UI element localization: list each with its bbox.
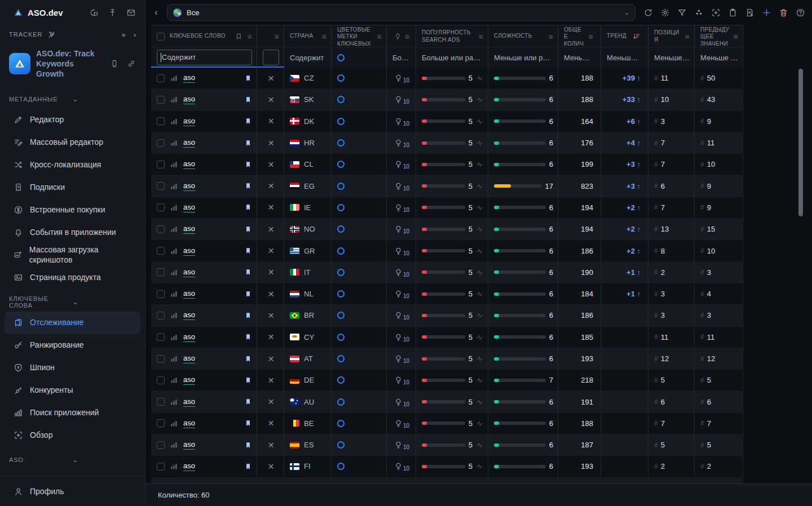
remove-keyword-icon[interactable]: ✕: [268, 397, 275, 406]
color-tag-icon[interactable]: [337, 312, 345, 319]
keyword-filter-input[interactable]: Содержит: [157, 50, 252, 65]
remove-keyword-icon[interactable]: ✕: [268, 332, 275, 341]
keyword-chart-icon[interactable]: [170, 268, 178, 277]
keyword-chart-icon[interactable]: [170, 398, 178, 406]
sparkline-icon[interactable]: [476, 139, 483, 147]
row-checkbox[interactable]: [157, 312, 165, 319]
sparkline-icon[interactable]: [476, 225, 483, 233]
suggestions-count[interactable]: 10: [394, 95, 409, 104]
table-row[interactable]: aso ✕ AU 10 5 6 191 # 6: [151, 391, 743, 412]
remove-keyword-icon[interactable]: ✕: [268, 203, 275, 212]
settings-gear-icon[interactable]: [660, 8, 670, 17]
sparkline-icon[interactable]: [476, 269, 483, 276]
sparkline-icon[interactable]: [476, 118, 483, 125]
keyword-link[interactable]: aso: [183, 461, 195, 471]
suggestions-count[interactable]: 10: [394, 311, 409, 319]
sidebar-item-product-page[interactable]: Страница продукта: [0, 267, 145, 289]
table-row[interactable]: aso ✕ IT 10 5 6 190 +1 ↑ # 2: [151, 262, 743, 283]
column-header-suggestions[interactable]: ≡: [387, 25, 416, 47]
column-header-translation[interactable]: ≡: [257, 25, 284, 47]
sparkline-icon[interactable]: [476, 290, 483, 298]
row-checkbox[interactable]: [157, 139, 165, 147]
keyword-chart-icon[interactable]: [170, 441, 178, 449]
remove-keyword-icon[interactable]: ✕: [268, 290, 275, 299]
table-row[interactable]: aso ✕ DE 10 5 7 218 # 5: [151, 370, 743, 391]
sparkline-icon[interactable]: [476, 312, 483, 319]
remove-keyword-icon[interactable]: ✕: [268, 268, 275, 277]
row-checkbox[interactable]: [157, 463, 165, 471]
app-filter-select[interactable]: Все ⌄: [167, 4, 636, 21]
sparkline-icon[interactable]: [476, 420, 483, 427]
column-menu-icon[interactable]: ≡: [549, 32, 553, 41]
table-row[interactable]: aso ✕ BR 10 5 6 186 # 3: [151, 305, 743, 326]
keyword-link[interactable]: aso: [183, 117, 195, 126]
keyword-link[interactable]: aso: [183, 159, 195, 169]
tracker-section-header[interactable]: TRACKER » ›: [0, 25, 145, 44]
bookmark-icon[interactable]: [244, 312, 252, 319]
row-checkbox[interactable]: [157, 333, 165, 341]
keyword-link[interactable]: aso: [183, 397, 195, 407]
table-row[interactable]: aso ✕ EG 10 5 17 823 +3 ↑ # 6: [151, 175, 743, 197]
help-icon[interactable]: [796, 8, 805, 17]
color-tag-icon[interactable]: [337, 376, 345, 384]
sparkline-icon[interactable]: [476, 398, 483, 406]
color-tag-icon[interactable]: [337, 420, 345, 427]
filter-position[interactable]: Меньше или равно: [648, 48, 695, 68]
filter-suggestions[interactable]: Больше или равно: [387, 48, 416, 68]
column-header-country[interactable]: СТРАНА ≡: [284, 25, 332, 47]
sparkline-icon[interactable]: [476, 161, 483, 168]
row-checkbox[interactable]: [157, 74, 165, 82]
back-chevron-icon[interactable]: ‹: [151, 7, 161, 17]
sidebar-item-editor[interactable]: Редактор: [0, 109, 145, 131]
remove-keyword-icon[interactable]: ✕: [268, 246, 275, 255]
suggestions-count[interactable]: 10: [394, 117, 409, 126]
column-header-difficulty[interactable]: СЛОЖНОСТЬ ≡: [488, 25, 558, 47]
table-row[interactable]: aso ✕ DK 10 5 6 164 +6 ↑ # 3: [151, 111, 743, 132]
sidebar-item-profile[interactable]: Профиль: [0, 476, 145, 506]
keyword-chart-icon[interactable]: [170, 95, 178, 104]
sidebar-item-app-search[interactable]: Поиск приложений: [0, 402, 145, 424]
add-keyword-icon[interactable]: [762, 8, 771, 17]
keyword-link[interactable]: aso: [183, 268, 195, 277]
color-tags-icon[interactable]: [694, 8, 704, 17]
column-menu-icon[interactable]: ≡: [685, 32, 690, 41]
sidebar-item-overview[interactable]: Обзор: [0, 424, 145, 447]
sidebar-item-bulk-screenshots[interactable]: Массовая загрузка скриншотов: [0, 244, 145, 267]
column-header-popularity[interactable]: ПОПУЛЯРНОСТЬ SEARCH ADS ≡: [416, 25, 488, 47]
keyword-chart-icon[interactable]: [170, 182, 178, 190]
bookmark-icon[interactable]: [244, 203, 252, 211]
keyword-chart-icon[interactable]: [170, 376, 178, 384]
color-tag-icon[interactable]: [337, 463, 345, 470]
sparkline-icon[interactable]: [476, 441, 483, 449]
remove-keyword-icon[interactable]: ✕: [268, 225, 275, 234]
bookmark-icon[interactable]: [244, 225, 252, 233]
row-checkbox[interactable]: [157, 247, 165, 255]
column-menu-icon[interactable]: ≡: [589, 32, 593, 41]
column-header-position[interactable]: ПОЗИЦИЯ ≡: [648, 25, 695, 47]
delete-trash-icon[interactable]: [779, 8, 788, 17]
table-row[interactable]: aso ✕ HR 10 5 6 176 +4 ↑ # 7: [151, 132, 743, 154]
clipboard-icon[interactable]: [728, 8, 738, 17]
color-tag-icon[interactable]: [337, 118, 345, 125]
sparkline-icon[interactable]: [476, 96, 483, 103]
suggestions-count[interactable]: 10: [394, 398, 409, 406]
remove-keyword-icon[interactable]: ✕: [268, 419, 275, 428]
row-checkbox[interactable]: [157, 182, 165, 190]
keyword-chart-icon[interactable]: [170, 225, 178, 233]
bookmark-icon[interactable]: [244, 441, 252, 449]
column-header-previous[interactable]: ПРЕДЫДУЩЕЕ ЗНАЧЕНИ ≡: [695, 25, 743, 47]
filter-country[interactable]: Содержит: [284, 48, 332, 68]
color-tag-icon[interactable]: [337, 74, 345, 82]
sparkline-icon[interactable]: [476, 463, 483, 470]
row-checkbox[interactable]: [157, 117, 165, 125]
suggestions-count[interactable]: 10: [394, 268, 409, 277]
sidebar-item-bulk-editor[interactable]: Массовый редактор: [0, 131, 145, 154]
table-row[interactable]: aso ✕ ES 10 5 6 187 # 5: [151, 434, 743, 456]
keyword-link[interactable]: aso: [183, 181, 195, 191]
keyword-chart-icon[interactable]: [170, 462, 178, 471]
color-tag-icon[interactable]: [337, 290, 345, 298]
suggestions-count[interactable]: 10: [394, 139, 409, 147]
keyword-chart-icon[interactable]: [170, 203, 178, 212]
scan-focus-icon[interactable]: [711, 8, 721, 17]
collapse-all-icon[interactable]: »: [121, 30, 125, 39]
